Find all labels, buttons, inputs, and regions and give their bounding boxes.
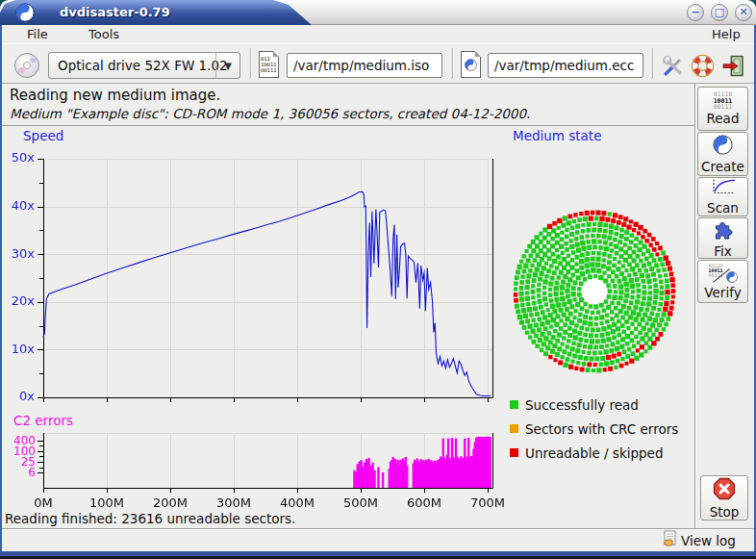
toolbar-separator xyxy=(250,48,252,79)
medium-info: Medium "Example disc": CD-ROM mode 1, 36… xyxy=(10,106,530,121)
close-button[interactable]: ✕ xyxy=(735,4,752,21)
binary-rows-icon: 011101001100111 xyxy=(714,91,733,111)
maximize-button[interactable]: □ xyxy=(711,4,728,21)
yin-yang-icon xyxy=(713,135,733,159)
preferences-tools-icon[interactable] xyxy=(659,52,686,79)
status-header: Reading new medium image. Medium "Exampl… xyxy=(2,84,694,126)
minimize-button[interactable]: − xyxy=(687,4,704,21)
disc-hole xyxy=(23,62,31,69)
legend-item-unreadable: Unreadable / skipped xyxy=(510,441,693,465)
legend-item-read: Successfully read xyxy=(510,393,693,417)
menu-bar: File Tools Help xyxy=(2,25,754,43)
puzzle-piece-icon xyxy=(712,217,734,243)
menu-tools[interactable]: Tools xyxy=(85,26,123,42)
menu-file[interactable]: File xyxy=(23,26,52,42)
iso-path-input[interactable] xyxy=(287,53,442,78)
application-window: dvdisaster-0.79 − □ ✕ File Tools Help Op… xyxy=(0,0,756,559)
log-document-hand-icon xyxy=(662,530,678,551)
menu-help[interactable]: Help xyxy=(708,26,744,42)
view-log-label: View log xyxy=(681,533,736,548)
optical-disc-icon xyxy=(14,53,39,78)
status-message: Reading finished: 23616 unreadable secto… xyxy=(5,511,295,526)
drive-selector-value: Optical drive 52X FW 1.02 xyxy=(49,58,228,73)
mini-yin-yang-icon xyxy=(726,268,738,287)
disc-reflection xyxy=(30,58,36,63)
verify-button[interactable]: 011101001100111 Verify xyxy=(697,260,748,303)
scan-curve-icon xyxy=(710,178,737,200)
stop-button[interactable]: Stop xyxy=(700,475,748,521)
toolbar-separator xyxy=(652,48,654,79)
stop-octagon-icon xyxy=(713,477,736,504)
ecc-file-icon xyxy=(461,51,481,78)
sidebar-divider xyxy=(694,84,696,528)
fix-button[interactable]: Fix xyxy=(697,217,748,259)
c2-errors-bar-chart xyxy=(0,415,508,511)
toolbar-separator xyxy=(452,48,454,79)
app-yin-yang-icon xyxy=(15,3,35,26)
view-log-button[interactable]: View log xyxy=(662,531,736,550)
legend-color-green xyxy=(510,400,518,409)
drive-selector-dropdown[interactable]: Optical drive 52X FW 1.02 ▼ xyxy=(48,52,240,79)
create-button[interactable]: Create xyxy=(697,132,748,176)
verify-compare-icon: 011101001100111 xyxy=(709,264,738,285)
page-fold xyxy=(475,51,481,57)
help-lifebuoy-icon[interactable] xyxy=(689,52,716,79)
toolbar: Optical drive 52X FW 1.02 ▼ 011100110011… xyxy=(2,43,754,84)
legend-color-orange xyxy=(510,424,518,433)
speed-line-chart xyxy=(0,126,508,415)
scan-button[interactable]: Scan xyxy=(697,177,748,216)
legend-item-crc: Sectors with CRC errors xyxy=(510,417,693,441)
medium-state-legend: Successfully read Sectors with CRC error… xyxy=(510,393,693,465)
ecc-path-input[interactable] xyxy=(488,53,643,78)
action-title: Reading new medium image. xyxy=(10,87,220,104)
window-title: dvdisaster-0.79 xyxy=(60,5,170,19)
read-button[interactable]: 011101001100111 Read xyxy=(697,87,748,131)
medium-state-disc-map xyxy=(508,126,694,388)
divider xyxy=(2,528,754,530)
dropdown-arrow-icon: ▼ xyxy=(215,53,239,78)
quit-exit-icon[interactable] xyxy=(719,52,746,79)
iso-file-icon: 0111001100111 xyxy=(259,51,279,78)
legend-color-red xyxy=(510,448,518,457)
